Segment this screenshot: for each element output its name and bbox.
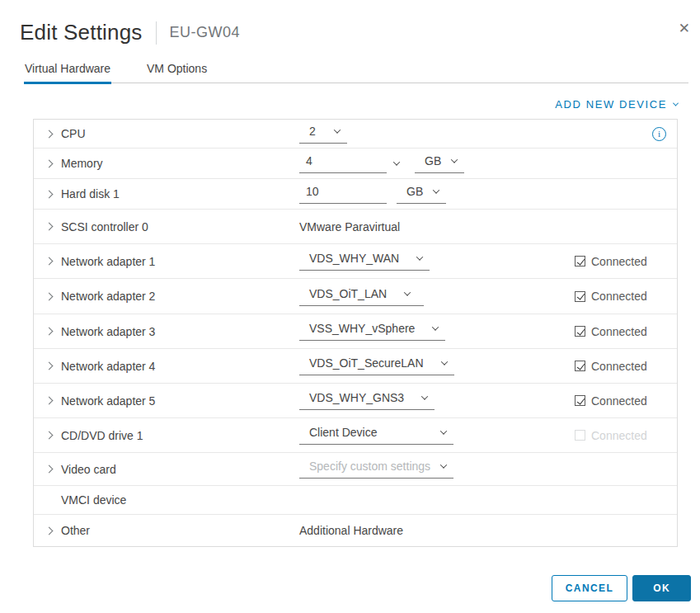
expand-chevron-icon[interactable] bbox=[46, 432, 61, 438]
table-row-memory: Memory 4 GB bbox=[34, 149, 677, 179]
toolbar: ADD NEW DEVICE bbox=[0, 97, 678, 111]
row-label: Hard disk 1 bbox=[61, 187, 299, 200]
connected-label: Connected bbox=[591, 360, 647, 373]
add-new-device-button[interactable]: ADD NEW DEVICE bbox=[555, 98, 678, 111]
cd-dvd-mode-select[interactable]: Client Device bbox=[299, 426, 453, 445]
row-label: Network adapter 1 bbox=[61, 255, 299, 268]
row-label: Video card bbox=[61, 463, 299, 476]
memory-unit-value: GB bbox=[425, 154, 441, 167]
video-settings-select[interactable]: Specify custom settings bbox=[299, 460, 453, 479]
row-right: Connected bbox=[553, 325, 677, 338]
connected-checkbox[interactable] bbox=[575, 361, 585, 371]
header-divider bbox=[156, 21, 157, 45]
row-label: SCSI controller 0 bbox=[61, 220, 299, 233]
row-value: 4 GB bbox=[299, 154, 553, 173]
cancel-button[interactable]: CANCEL bbox=[552, 575, 627, 601]
connected-checkbox[interactable] bbox=[575, 291, 585, 302]
row-value: Client Device bbox=[299, 426, 553, 445]
connected-checkbox[interactable] bbox=[575, 326, 585, 337]
row-value: VSS_WHY_vSphere bbox=[299, 322, 553, 341]
table-row-hard-disk: Hard disk 1 10 GB bbox=[34, 179, 677, 210]
tab-vm-options[interactable]: VM Options bbox=[146, 62, 208, 83]
tab-virtual-hardware[interactable]: Virtual Hardware bbox=[24, 62, 111, 83]
row-right: Connected bbox=[553, 290, 677, 303]
row-value: VDS_WHY_GNS3 bbox=[299, 391, 553, 410]
chevron-down-icon bbox=[451, 156, 458, 163]
row-label: VMCI device bbox=[61, 493, 299, 507]
table-row-other: Other Additional Hardware bbox=[34, 515, 677, 546]
connected-toggle: Connected bbox=[575, 394, 647, 408]
connected-checkbox[interactable] bbox=[575, 395, 585, 406]
chevron-down-icon bbox=[416, 253, 423, 260]
network-adapter-4-select[interactable]: VDS_OiT_SecureLAN bbox=[299, 356, 454, 375]
row-value: VDS_OiT_LAN bbox=[299, 287, 553, 306]
row-value: 2 bbox=[299, 125, 553, 144]
table-row-cd-dvd-drive: CD/DVD drive 1 Client Device Connected bbox=[34, 418, 677, 453]
cd-dvd-mode-value: Client Device bbox=[309, 426, 377, 439]
chevron-down-icon bbox=[334, 126, 341, 133]
dialog-header: Edit Settings EU-GW04 bbox=[0, 0, 700, 45]
ok-button[interactable]: OK bbox=[632, 575, 691, 601]
connected-toggle: Connected bbox=[575, 290, 647, 303]
row-value: 10 GB bbox=[299, 185, 553, 204]
expand-chevron-icon[interactable] bbox=[46, 466, 61, 472]
connected-label: Connected bbox=[591, 325, 647, 338]
expand-chevron-icon[interactable] bbox=[46, 328, 61, 334]
table-row-network-adapter-3: Network adapter 3 VSS_WHY_vSphere Connec… bbox=[34, 314, 677, 349]
disk-unit-select[interactable]: GB bbox=[397, 185, 446, 204]
chevron-down-icon[interactable] bbox=[393, 158, 400, 165]
chevron-down-icon bbox=[440, 358, 447, 365]
row-right: i bbox=[553, 127, 677, 141]
expand-chevron-icon[interactable] bbox=[46, 294, 61, 299]
row-label: Network adapter 5 bbox=[61, 394, 299, 408]
connected-label: Connected bbox=[591, 429, 647, 442]
row-label: Network adapter 3 bbox=[61, 325, 299, 338]
cpu-count-value: 2 bbox=[309, 125, 316, 138]
expand-chevron-icon[interactable] bbox=[46, 191, 61, 197]
cpu-count-select[interactable]: 2 bbox=[299, 125, 347, 144]
vm-name: EU-GW04 bbox=[170, 24, 241, 41]
expand-chevron-icon[interactable] bbox=[46, 398, 61, 403]
expand-chevron-icon[interactable] bbox=[46, 224, 61, 229]
row-right: Connected bbox=[553, 429, 677, 442]
expand-chevron-icon[interactable] bbox=[46, 131, 61, 137]
table-row-network-adapter-2: Network adapter 2 VDS_OiT_LAN Connected bbox=[34, 279, 677, 314]
memory-size-input[interactable]: 4 bbox=[299, 154, 387, 173]
network-adapter-1-select[interactable]: VDS_WHY_WAN bbox=[299, 252, 430, 271]
other-hardware-value: Additional Hardware bbox=[299, 524, 403, 537]
row-value: Additional Hardware bbox=[299, 524, 553, 537]
expand-chevron-icon[interactable] bbox=[46, 161, 61, 167]
chevron-down-icon bbox=[421, 393, 428, 399]
page-title: Edit Settings bbox=[20, 20, 143, 45]
chevron-down-icon bbox=[432, 323, 439, 330]
chevron-down-icon bbox=[433, 186, 439, 193]
disk-unit-value: GB bbox=[406, 185, 423, 198]
row-value: VDS_OiT_SecureLAN bbox=[299, 356, 553, 375]
portgroup-value: VDS_OiT_SecureLAN bbox=[309, 356, 424, 370]
network-adapter-5-select[interactable]: VDS_WHY_GNS3 bbox=[299, 391, 435, 410]
disk-size-input[interactable]: 10 bbox=[299, 185, 387, 204]
connected-label: Connected bbox=[591, 394, 647, 408]
expand-chevron-icon[interactable] bbox=[46, 363, 61, 369]
info-icon[interactable]: i bbox=[652, 127, 666, 141]
connected-label: Connected bbox=[591, 290, 647, 303]
expand-chevron-icon[interactable] bbox=[46, 258, 61, 264]
network-adapter-2-select[interactable]: VDS_OiT_LAN bbox=[299, 287, 424, 306]
row-label: Memory bbox=[61, 157, 299, 170]
memory-unit-select[interactable]: GB bbox=[415, 154, 464, 173]
connected-toggle: Connected bbox=[575, 255, 647, 268]
table-row-network-adapter-4: Network adapter 4 VDS_OiT_SecureLAN Conn… bbox=[34, 349, 677, 384]
connected-toggle: Connected bbox=[575, 360, 647, 373]
chevron-down-icon bbox=[440, 461, 447, 468]
close-icon[interactable]: ✕ bbox=[679, 21, 690, 35]
add-new-device-label: ADD NEW DEVICE bbox=[555, 98, 667, 111]
row-label: Other bbox=[61, 524, 299, 537]
connected-checkbox bbox=[575, 430, 585, 441]
expand-chevron-icon[interactable] bbox=[46, 528, 61, 534]
row-value: VDS_WHY_WAN bbox=[299, 252, 553, 271]
connected-toggle: Connected bbox=[575, 325, 647, 338]
chevron-down-icon bbox=[673, 100, 679, 106]
network-adapter-3-select[interactable]: VSS_WHY_vSphere bbox=[299, 322, 445, 341]
row-label: Network adapter 4 bbox=[61, 360, 299, 373]
connected-checkbox[interactable] bbox=[575, 256, 585, 266]
